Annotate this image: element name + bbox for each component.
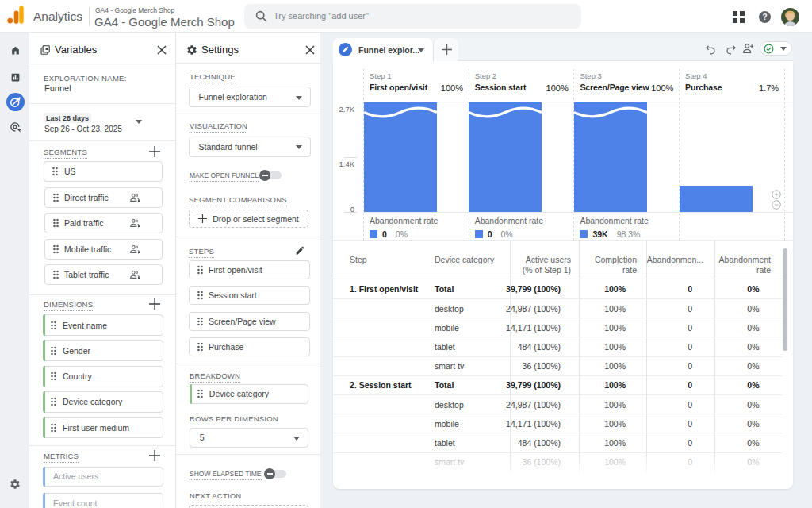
svg-text:?: ? xyxy=(762,13,767,21)
